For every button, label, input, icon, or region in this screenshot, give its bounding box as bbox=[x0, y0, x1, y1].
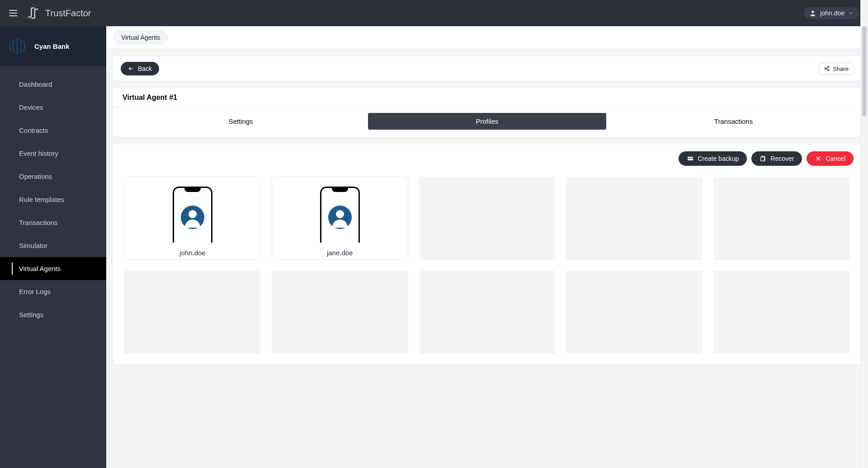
breadcrumb-virtual-agents[interactable]: Virtual Agents bbox=[113, 31, 168, 44]
empty-slot[interactable] bbox=[713, 271, 850, 354]
empty-slot[interactable] bbox=[419, 177, 556, 260]
share-button[interactable]: Share bbox=[819, 63, 854, 75]
avatar-icon bbox=[328, 206, 352, 229]
app-header: TrustFactor john.doe bbox=[0, 0, 868, 26]
profile-grid: john.doejane.doe bbox=[113, 166, 861, 365]
sidebar-item-devices[interactable]: Devices bbox=[0, 96, 106, 119]
sidebar-item-contracts[interactable]: Contracts bbox=[0, 119, 106, 142]
sidebar-item-simulator[interactable]: Simulator bbox=[0, 234, 106, 257]
profile-name: jane.doe bbox=[327, 249, 353, 257]
profiles-section: Create backup Recover Cancel john.doejan… bbox=[113, 144, 861, 365]
back-label: Back bbox=[138, 65, 152, 72]
empty-slot[interactable] bbox=[419, 271, 556, 354]
user-menu[interactable]: john.doe bbox=[804, 7, 859, 19]
org-logo-icon bbox=[6, 35, 28, 57]
sidebar-item-virtual-agents[interactable]: Virtual Agents bbox=[0, 257, 106, 280]
svg-line-6 bbox=[826, 69, 828, 70]
menu-icon[interactable] bbox=[9, 10, 17, 16]
recover-label: Recover bbox=[770, 155, 794, 162]
recover-button[interactable]: Recover bbox=[751, 151, 802, 166]
avatar-icon bbox=[181, 206, 204, 229]
brand-title: TrustFactor bbox=[45, 8, 91, 19]
tab-profiles[interactable]: Profiles bbox=[368, 113, 606, 130]
cancel-button[interactable]: Cancel bbox=[807, 151, 854, 166]
svg-rect-8 bbox=[688, 158, 693, 159]
create-backup-label: Create backup bbox=[698, 155, 739, 162]
create-backup-button[interactable]: Create backup bbox=[679, 151, 747, 166]
profile-card[interactable]: john.doe bbox=[124, 177, 261, 260]
empty-slot[interactable] bbox=[566, 177, 703, 260]
person-icon bbox=[809, 9, 816, 17]
agent-section: Virtual Agent #1 SettingsProfilesTransac… bbox=[113, 88, 861, 137]
tabs: SettingsProfilesTransactions bbox=[113, 108, 861, 137]
recover-icon bbox=[760, 155, 767, 162]
back-share-section: Back Share bbox=[113, 56, 861, 81]
svg-rect-10 bbox=[761, 157, 764, 161]
org-name: Cyan Bank bbox=[34, 42, 70, 50]
sidebar: Cyan Bank DashboardDevicesContractsEvent… bbox=[0, 26, 106, 468]
back-button[interactable]: Back bbox=[121, 62, 159, 75]
share-label: Share bbox=[833, 66, 849, 72]
org-block[interactable]: Cyan Bank bbox=[0, 26, 106, 66]
brand-logo-icon bbox=[26, 6, 40, 20]
user-name: john.doe bbox=[820, 9, 844, 17]
profile-card[interactable]: jane.doe bbox=[272, 177, 408, 260]
empty-slot[interactable] bbox=[272, 271, 408, 354]
sidebar-item-event-history[interactable]: Event history bbox=[0, 142, 106, 165]
phone-icon bbox=[173, 187, 212, 243]
sidebar-item-operations[interactable]: Operations bbox=[0, 165, 106, 188]
agent-title: Virtual Agent #1 bbox=[113, 88, 861, 108]
sidebar-item-settings[interactable]: Settings bbox=[0, 303, 106, 326]
sidebar-item-error-logs[interactable]: Error Logs bbox=[0, 280, 106, 303]
chevron-down-icon bbox=[848, 10, 854, 16]
brand[interactable]: TrustFactor bbox=[26, 6, 91, 20]
card-icon bbox=[687, 155, 694, 162]
sidebar-item-rule-templates[interactable]: Rule templates bbox=[0, 188, 106, 211]
tab-settings[interactable]: Settings bbox=[122, 113, 360, 130]
share-icon bbox=[824, 66, 830, 72]
empty-slot[interactable] bbox=[124, 271, 261, 354]
sidebar-item-transactions[interactable]: Transactions bbox=[0, 211, 106, 234]
cancel-label: Cancel bbox=[826, 155, 845, 162]
close-icon bbox=[815, 155, 822, 162]
nav: DashboardDevicesContractsEvent historyOp… bbox=[0, 66, 106, 326]
arrow-left-icon bbox=[128, 66, 134, 72]
phone-icon bbox=[320, 187, 360, 243]
svg-point-0 bbox=[812, 11, 814, 13]
profile-name: john.doe bbox=[179, 249, 206, 257]
breadcrumb-bar: Virtual Agents bbox=[106, 26, 868, 49]
tab-transactions[interactable]: Transactions bbox=[614, 113, 853, 130]
empty-slot[interactable] bbox=[713, 177, 850, 260]
content: Virtual Agents Back Share Virtual Agent … bbox=[106, 26, 868, 468]
svg-line-5 bbox=[826, 67, 828, 68]
sidebar-item-dashboard[interactable]: Dashboard bbox=[0, 73, 106, 96]
empty-slot[interactable] bbox=[566, 271, 703, 354]
action-row: Create backup Recover Cancel bbox=[113, 144, 861, 166]
